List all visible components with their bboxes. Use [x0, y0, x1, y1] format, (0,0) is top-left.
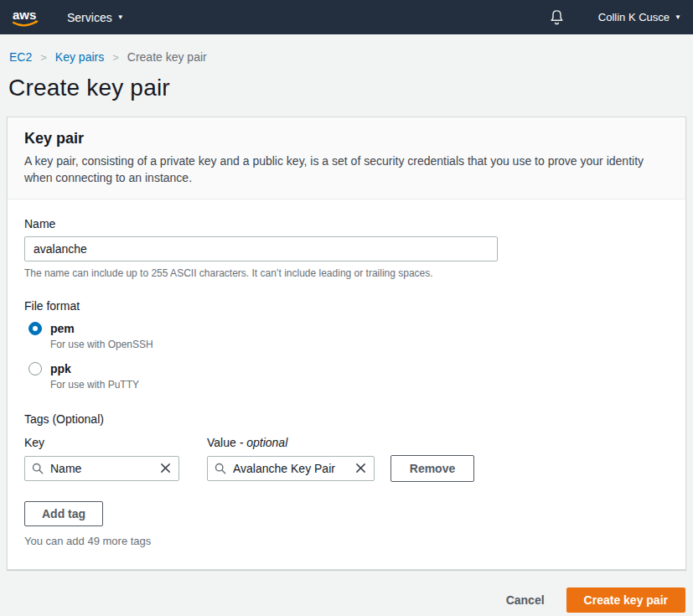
- tag-value-input-wrap: [207, 456, 375, 481]
- name-field-group: Name The name can include up to 255 ASCI…: [24, 217, 669, 279]
- file-format-group: File format pem For use with OpenSSH ppk…: [24, 299, 669, 391]
- create-key-pair-button[interactable]: Create key pair: [566, 588, 685, 613]
- pem-option-label: pem: [50, 322, 75, 335]
- tag-column-labels: Key Value - optional: [24, 436, 669, 449]
- services-menu[interactable]: Services ▼: [67, 11, 124, 24]
- close-x-icon: [355, 463, 366, 474]
- add-tag-button[interactable]: Add tag: [24, 501, 103, 526]
- page-title: Create key pair: [8, 75, 693, 101]
- radio-option-ppk[interactable]: ppk For use with PuTTY: [24, 361, 669, 391]
- close-x-icon: [160, 463, 171, 474]
- tags-section: Tags (Optional) Key Value - optional: [24, 412, 669, 547]
- user-account-menu[interactable]: Collin K Cusce ▼: [598, 11, 681, 23]
- ppk-option-description: For use with PuTTY: [50, 379, 139, 391]
- pem-option-description: For use with OpenSSH: [50, 339, 153, 350]
- chevron-right-icon: >: [112, 51, 119, 64]
- tag-value-label: Value - optional: [207, 436, 375, 449]
- user-name: Collin K Cusce: [598, 11, 670, 23]
- breadcrumb: EC2 > Key pairs > Create key pair: [9, 50, 693, 64]
- tag-row: Remove: [24, 455, 669, 482]
- clear-value-button[interactable]: [352, 463, 374, 474]
- caret-down-icon: ▼: [675, 14, 681, 21]
- bell-icon: [549, 9, 565, 25]
- ppk-option-label: ppk: [50, 362, 71, 375]
- search-icon: [32, 463, 44, 474]
- aws-logo[interactable]: aws: [10, 7, 42, 28]
- top-navigation-bar: aws Services ▼ Collin K Cusce ▼: [0, 0, 693, 34]
- tag-value-optional-suffix: - optional: [240, 436, 288, 449]
- tag-key-input[interactable]: [44, 462, 157, 475]
- card-header: Key pair A key pair, consisting of a pri…: [8, 117, 685, 199]
- tags-section-label: Tags (Optional): [24, 412, 669, 426]
- notifications-button[interactable]: [549, 9, 565, 25]
- breadcrumb-link-ec2[interactable]: EC2: [9, 50, 32, 64]
- svg-text:aws: aws: [13, 8, 36, 22]
- tag-value-input[interactable]: [226, 462, 352, 475]
- footer-actions: Cancel Create key pair: [0, 588, 685, 613]
- caret-down-icon: ▼: [117, 14, 124, 21]
- radio-option-pem[interactable]: pem For use with OpenSSH: [24, 321, 669, 350]
- cancel-button[interactable]: Cancel: [506, 593, 545, 607]
- aws-logo-icon: aws: [10, 7, 42, 28]
- name-input[interactable]: [24, 236, 498, 261]
- remove-tag-button[interactable]: Remove: [390, 455, 474, 482]
- tag-key-input-wrap: [24, 456, 179, 481]
- services-menu-label: Services: [67, 11, 112, 24]
- name-helper-text: The name can include up to 255 ASCII cha…: [24, 267, 669, 279]
- name-label: Name: [24, 217, 669, 230]
- tag-key-label: Key: [24, 436, 207, 449]
- card-title: Key pair: [24, 130, 669, 148]
- card-description: A key pair, consisting of a private key …: [24, 153, 669, 187]
- chevron-right-icon: >: [40, 51, 47, 64]
- search-icon: [215, 463, 226, 474]
- radio-selected-icon[interactable]: [28, 322, 42, 335]
- breadcrumb-current: Create key pair: [127, 50, 207, 64]
- clear-key-button[interactable]: [157, 463, 178, 474]
- file-format-label: File format: [24, 299, 669, 313]
- card-body: Name The name can include up to 255 ASCI…: [8, 199, 685, 569]
- breadcrumb-link-key-pairs[interactable]: Key pairs: [55, 50, 104, 64]
- radio-unselected-icon[interactable]: [28, 362, 42, 375]
- key-pair-card: Key pair A key pair, consisting of a pri…: [7, 116, 686, 570]
- tags-remaining-helper: You can add 49 more tags: [24, 535, 669, 547]
